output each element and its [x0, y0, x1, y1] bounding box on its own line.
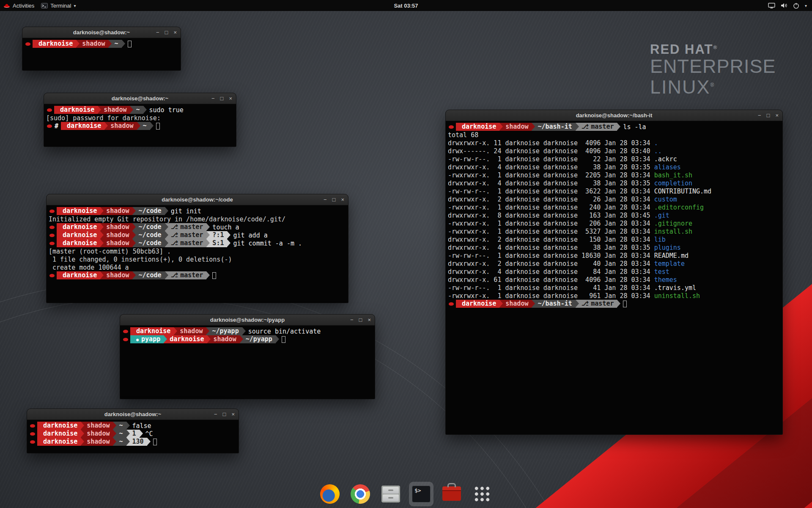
- redhat-prompt-icon: [449, 302, 454, 306]
- activities-label: Activities: [13, 3, 34, 9]
- close-button[interactable]: ×: [231, 411, 235, 417]
- command-text: source bin/activate: [248, 328, 321, 335]
- command-text: ls -la: [623, 123, 646, 131]
- minimize-button[interactable]: −: [758, 113, 761, 118]
- titlebar[interactable]: darknoise@shadow:~/pyapp − □ ×: [120, 315, 375, 326]
- prompt-segment-user: darknoise: [57, 207, 100, 215]
- terminal-content[interactable]: darknoiseshadow~sudo true[sudo] password…: [44, 104, 236, 146]
- minimize-button[interactable]: −: [324, 197, 327, 202]
- terminal-window-home-1[interactable]: darknoise@shadow:~ − □ × darknoiseshadow…: [22, 27, 181, 70]
- titlebar[interactable]: darknoise@shadow:~/bash-it − □ ×: [446, 110, 782, 121]
- dock-terminal-active[interactable]: $>: [409, 482, 433, 506]
- output-text: -rwxrwxr-x. 1 darknoise darknoise 961 Ja…: [448, 292, 654, 300]
- display-icon[interactable]: [768, 3, 775, 8]
- prompt-segment-path: ~/pyapp: [240, 335, 276, 343]
- terminal-line: #darknoiseshadow~: [46, 122, 234, 130]
- drawer-knob: [388, 497, 393, 499]
- output-text: -rwxrwxr-x. 1 darknoise darknoise 2205 J…: [448, 171, 654, 179]
- titlebar[interactable]: darknoise@shadow:~ − □ ×: [27, 409, 239, 420]
- power-icon[interactable]: [793, 3, 799, 9]
- terminal-window-bash-it[interactable]: darknoise@shadow:~/bash-it − □ × darknoi…: [446, 110, 782, 434]
- clock-button[interactable]: Sat 03:57: [394, 3, 418, 9]
- terminal-window-code[interactable]: darknoise@shadow:~/code − □ × darknoises…: [47, 194, 348, 303]
- prompt-segment-path: ~/bash-it: [532, 300, 575, 308]
- maximize-button[interactable]: □: [220, 96, 224, 101]
- titlebar[interactable]: darknoise@shadow:~ − □ ×: [22, 27, 181, 38]
- system-status-area[interactable]: ▾: [768, 3, 812, 9]
- terminal-content[interactable]: darknoiseshadow~: [22, 38, 181, 70]
- minimize-button[interactable]: −: [214, 411, 217, 417]
- dock-toolbox[interactable]: [439, 482, 464, 506]
- git-branch-icon: ⎇: [171, 223, 181, 231]
- toolbox-handle: [447, 483, 456, 487]
- minimize-button[interactable]: −: [350, 317, 354, 323]
- maximize-button[interactable]: □: [165, 30, 168, 35]
- terminal-content[interactable]: darknoiseshadow~/codegit initInitialized…: [47, 205, 348, 303]
- output-text: -rw-rw-r--. 1 darknoise darknoise 3622 J…: [448, 188, 654, 195]
- prompt-segment-user: darknoise: [37, 422, 81, 430]
- terminal-cursor: [153, 439, 157, 445]
- prompt-segment-user: darknoise: [57, 239, 100, 247]
- command-text: false: [132, 422, 151, 430]
- terminal-line: -rw-rw-r--. 1 darknoise darknoise 18630 …: [448, 251, 780, 260]
- redhat-prompt-icon: [123, 330, 128, 333]
- volume-icon[interactable]: [781, 3, 787, 8]
- dock-show-applications[interactable]: [470, 482, 494, 506]
- close-button[interactable]: ×: [368, 317, 371, 323]
- prompt-segment-host: shadow: [100, 207, 132, 215]
- prompt-segment-path: ~/code: [132, 223, 165, 231]
- dock-files[interactable]: [379, 482, 403, 506]
- close-button[interactable]: ×: [341, 197, 344, 202]
- terminal-line: drwxrwxr-x. 4 darknoise darknoise 38 Jan…: [448, 163, 780, 171]
- prompt-segment-user: darknoise: [456, 123, 499, 131]
- window-title: darknoise@shadow:~: [112, 95, 168, 102]
- file-name: completion: [654, 179, 692, 187]
- prompt-segment-git: ⎇ master: [165, 223, 207, 231]
- prompt-segment-git: ⎇ master: [165, 231, 207, 239]
- drawer-knob: [388, 490, 393, 491]
- window-title: darknoise@shadow:~/pyapp: [210, 317, 285, 323]
- terminal-window-pyapp[interactable]: darknoise@shadow:~/pyapp − □ × darknoise…: [120, 315, 375, 399]
- close-button[interactable]: ×: [775, 113, 779, 118]
- terminal-content[interactable]: darknoiseshadow~/pyappsource bin/activat…: [120, 326, 375, 399]
- redhat-prompt-icon: [49, 242, 55, 245]
- prompt-segment-git: ⎇ master: [165, 239, 207, 247]
- prompt-segment-host: shadow: [100, 271, 132, 279]
- close-button[interactable]: ×: [229, 96, 232, 101]
- prompt-segment-host: shadow: [98, 106, 130, 114]
- maximize-button[interactable]: □: [767, 113, 770, 118]
- titlebar[interactable]: darknoise@shadow:~ − □ ×: [44, 93, 236, 104]
- redhat-prompt-icon: [30, 424, 35, 428]
- app-menu-terminal[interactable]: Terminal ▾: [41, 3, 76, 9]
- terminal-cursor: [212, 272, 216, 279]
- file-name: lib: [654, 236, 666, 243]
- redhat-prompt-icon: [25, 42, 30, 46]
- terminal-line: create mode 100644 a: [49, 263, 346, 271]
- maximize-button[interactable]: □: [359, 317, 362, 323]
- file-name: .ackrc: [654, 155, 677, 163]
- terminal-line: -rwxrwxr-x. 1 darknoise darknoise 961 Ja…: [448, 292, 780, 300]
- firefox-icon: [320, 484, 340, 504]
- file-name: test: [654, 268, 669, 276]
- output-text: Initialized empty Git repository in /hom…: [49, 215, 285, 223]
- terminal-content[interactable]: darknoiseshadow~/bash-it⎇ masterls -lato…: [446, 121, 782, 434]
- prompt-segment-path: ~/code: [132, 271, 165, 279]
- terminal-window-sudo[interactable]: darknoise@shadow:~ − □ × darknoiseshadow…: [44, 93, 236, 146]
- maximize-button[interactable]: □: [332, 197, 336, 202]
- dock-chrome[interactable]: [348, 482, 373, 506]
- minimize-button[interactable]: −: [211, 96, 215, 101]
- close-button[interactable]: ×: [173, 30, 177, 35]
- terminal-line: drwxrwxr-x. 8 darknoise darknoise 163 Ja…: [448, 211, 780, 219]
- terminal-line: drwxrwxr-x. 11 darknoise darknoise 4096 …: [448, 139, 780, 147]
- file-name: .travis.yml: [654, 284, 696, 292]
- prompt-segment-user: darknoise: [57, 231, 100, 239]
- terminal-window-home-2[interactable]: darknoise@shadow:~ − □ × darknoiseshadow…: [27, 409, 239, 453]
- titlebar[interactable]: darknoise@shadow:~/code − □ ×: [47, 194, 348, 205]
- prompt-segment-host: shadow: [81, 430, 113, 438]
- terminal-content[interactable]: darknoiseshadow~falsedarknoiseshadow~1^C…: [27, 420, 239, 453]
- terminal-line: -rw-rw-r--. 1 darknoise darknoise 3622 J…: [448, 187, 780, 195]
- activities-button[interactable]: Activities: [3, 3, 34, 9]
- minimize-button[interactable]: −: [156, 30, 159, 35]
- maximize-button[interactable]: □: [223, 411, 226, 417]
- dock-firefox[interactable]: [318, 482, 342, 506]
